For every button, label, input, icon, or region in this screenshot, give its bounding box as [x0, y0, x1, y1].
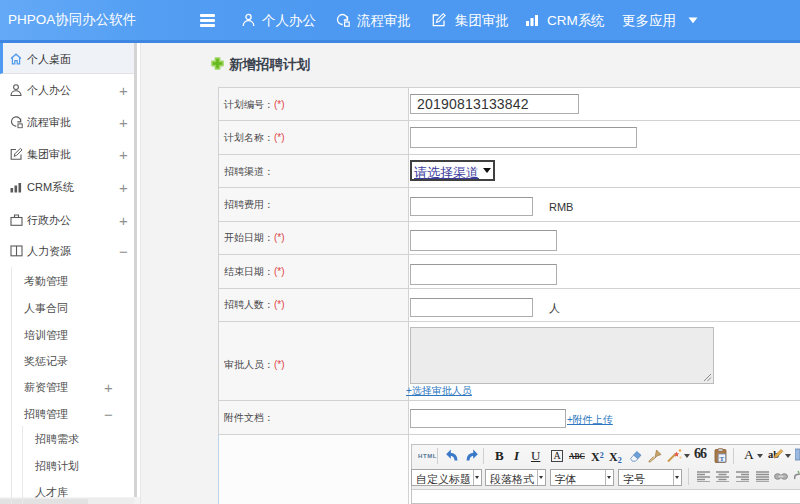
svg-text:T: T — [720, 455, 725, 463]
